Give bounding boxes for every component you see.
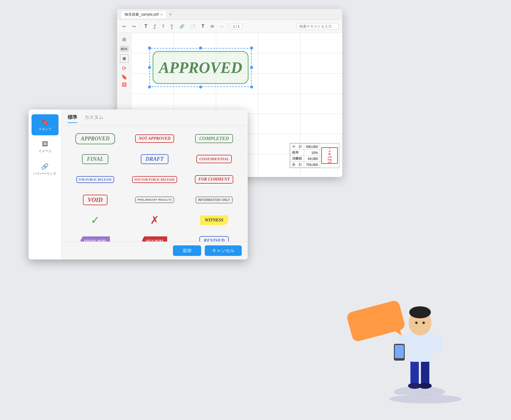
x-red-icon: ✗ [150,214,159,226]
stamp-item-for-comment[interactable]: FOR COMMENT [186,171,242,188]
right-leg [421,359,429,386]
tax-rate-label: 税率 [290,150,304,156]
stamp-item-information-only[interactable]: INFORMATION ONLY [186,192,242,208]
stamp-sidebar-icon[interactable]: 🔖 [121,74,127,80]
approved-stamp-text: APPROVED [153,51,249,84]
invoice-row-tax: 消費税 69,000 [290,156,320,162]
invoice-data-table: 小 計 690,000 税率 10% 消費税 69,000 [290,143,320,168]
stamp-item-draft[interactable]: DRAFT [127,151,182,167]
doc-button[interactable]: 📄 [189,23,197,30]
text-tool-button-1[interactable]: T [143,22,149,30]
stamp-item-preliminary-results[interactable]: PRELIMINARY RESULTS [127,192,182,208]
grid-line-v3 [258,33,258,177]
handle-top-center[interactable] [199,46,202,50]
stamp-button-toolbar[interactable]: T [200,22,206,30]
handle-bottom-right[interactable] [250,86,253,88]
tax-value: 69,000 [304,156,320,162]
stamp-item-not-for-public-release[interactable]: NOT FOR PUBLIC RELEASE [127,171,182,188]
right-arm [433,335,442,353]
stamp-draft: DRAFT [141,154,168,164]
pdf-toolbar: ↩ ↪ T T T T̲ 🔗 📄 T ✉ ··· 1 / 1 [117,20,342,33]
pdf-tab-add[interactable]: + [169,12,172,17]
company-stamp-area: ンポ株ル式印会サ社 [320,143,339,168]
approved-text: APPROVED [159,59,242,76]
right-shoe [419,383,432,389]
stamp-not-for-public-release: NOT FOR PUBLIC RELEASE [132,176,177,183]
stamp-confidential: CONFIDENTIAL [196,155,232,163]
nav-item-image[interactable]: 🖼 イメージ [32,136,59,158]
stamp-item-for-public-release[interactable]: FOR PUBLIC RELEASE [68,171,123,188]
stamp-item-confidential[interactable]: CONFIDENTIAL [186,151,242,167]
stamp-item-completed[interactable]: COMPLETED [186,130,242,147]
handle-middle-left[interactable] [148,66,151,69]
nav-item-hyperlink-label: ハイパーリンク [33,171,56,176]
search-input[interactable] [297,23,339,30]
stamp-for-public-release: FOR PUBLIC RELEASE [76,176,114,183]
right-eye [422,322,425,324]
pdf-tab-close[interactable]: ✕ [160,13,163,16]
nav-item-image-label: イメージ [38,149,52,153]
grid-view-icon[interactable]: ⊞ [120,54,129,63]
subtotal-label: 小 計 [290,144,304,150]
stamp-grid: APPROVED NOT APPROVED COMPLETED FINAL DR… [62,126,248,242]
stamp-item-void[interactable]: VOID [68,192,123,208]
pdf-tab[interactable]: 御見積書_sample.pdf ✕ [121,10,167,18]
person-svg [389,293,455,395]
more-button[interactable]: ··· [218,23,225,30]
stamp-item-check-green[interactable]: ✓ [68,212,123,228]
hair [409,306,431,318]
underline-button[interactable]: T̲ [169,23,175,30]
text-tool-button-2[interactable]: T [152,23,158,30]
stamp-item-approved[interactable]: APPROVED [68,130,123,147]
stamp-sign-here: SIGN HERE [142,236,167,242]
link-button[interactable]: 🔗 [177,23,186,30]
stamp-dialog: 🔖 スタンプ 🖼 イメージ 🔗 ハイパーリンク 標準 カスタム [29,110,248,260]
tab-standard[interactable]: 標準 [68,114,77,123]
add-button[interactable]: 追加 [173,245,201,256]
stamp-main: 標準 カスタム APPROVED NOT APPROVED COMPLETED … [62,110,248,260]
stamp-tabs: 標準 カスタム [62,110,248,126]
cancel-button[interactable]: キャンセル [205,245,242,256]
handle-bottom-center[interactable] [199,86,202,88]
handle-top-left[interactable] [148,46,151,50]
checkmark-green-icon: ✓ [91,214,100,226]
stamp-item-initial-here[interactable]: INITIAL HERE [68,232,123,242]
undo-button[interactable]: ↩ [121,23,128,30]
body [407,332,433,362]
nav-item-stamp[interactable]: 🔖 スタンプ [32,114,59,135]
handle-middle-right[interactable] [250,66,253,69]
approved-stamp-selected[interactable]: APPROVED [150,48,252,87]
page-label: BCIA [120,46,129,52]
stamp-left-nav: 🔖 スタンプ 🖼 イメージ 🔗 ハイパーリンク [29,110,62,260]
stamp-final: FINAL [82,154,108,164]
stamp-item-sign-here[interactable]: SIGN HERE [127,232,182,242]
company-stamp: ンポ株ル式印会サ社 [321,147,338,164]
stamp-initial-here: INITIAL HERE [80,236,110,242]
left-leg [410,359,419,386]
pdf-tab-filename: 御見積書_sample.pdf [125,12,159,17]
tab-custom[interactable]: カスタム [84,114,104,123]
thumbnail-icon[interactable]: ⊞ [121,35,127,44]
handle-top-right[interactable] [250,46,253,50]
stamp-item-not-approved[interactable]: NOT APPROVED [127,130,182,147]
person-figure [389,293,455,396]
handle-bottom-left[interactable] [148,86,151,88]
redo-button[interactable]: ↪ [130,23,138,30]
rotate-icon[interactable]: ⟳ [122,65,126,72]
tax-label: 消費税 [290,156,304,162]
stamp-nav-icon: 🔖 [41,118,49,126]
stamp-item-x-red[interactable]: ✗ [127,212,182,228]
stamp-item-witness[interactable]: WITNESS [186,212,242,228]
mail-button[interactable]: ✉ [209,23,216,30]
stamp-approved: APPROVED [75,133,115,144]
invoice-row-subtotal: 小 計 690,000 [290,144,320,150]
stamp-dialog-inner: 🔖 スタンプ 🖼 イメージ 🔗 ハイパーリンク 標準 カスタム [29,110,248,260]
stamp-item-final[interactable]: FINAL [68,151,123,167]
text-tool-button-3[interactable]: T [160,23,166,30]
total-label: 合 計 [290,162,304,168]
image-sidebar-icon[interactable]: 🖼 [122,82,127,88]
nav-item-hyperlink[interactable]: 🔗 ハイパーリンク [32,159,59,180]
stamp-revised: REVISED [199,236,228,242]
stamp-footer: 追加 キャンセル [62,242,248,260]
stamp-item-revised[interactable]: REVISED [186,232,242,242]
